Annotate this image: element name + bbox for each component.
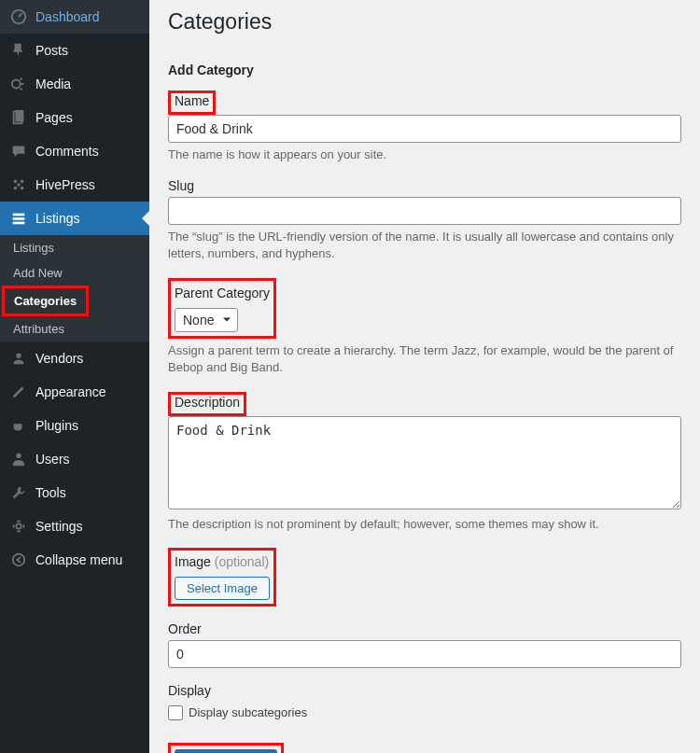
page-title: Categories [168, 9, 681, 35]
slug-help: The “slug” is the URL-friendly version o… [168, 229, 681, 262]
sidebar-item-media[interactable]: Media [0, 67, 149, 101]
sidebar-item-label: Users [35, 452, 70, 467]
svg-point-15 [13, 554, 25, 566]
listings-submenu: Listings Add New Categories Attributes [0, 235, 149, 342]
display-subcategories-checkbox[interactable] [168, 705, 183, 720]
media-icon [9, 75, 28, 93]
sidebar-item-label: Plugins [35, 418, 78, 433]
gear-icon [9, 517, 28, 536]
sidebar-item-plugins[interactable]: Plugins [0, 409, 149, 442]
field-image: Image (optional) Select Image [168, 548, 681, 607]
sidebar-item-label: Media [35, 77, 71, 91]
description-label: Description [175, 395, 240, 410]
order-label: Order [168, 621, 202, 636]
svg-rect-3 [15, 110, 23, 122]
sidebar-item-users[interactable]: Users [0, 442, 149, 476]
sidebar-item-pages[interactable]: Pages [0, 101, 149, 134]
select-image-button[interactable]: Select Image [175, 577, 270, 600]
name-label: Name [175, 93, 209, 108]
svg-rect-9 [13, 214, 25, 216]
field-parent: Parent Category None Assign a parent ter… [168, 278, 681, 377]
svg-point-4 [14, 180, 18, 184]
parent-select[interactable]: None [175, 308, 238, 332]
svg-point-5 [21, 180, 24, 184]
add-category-button[interactable]: Add Category [175, 749, 277, 753]
submenu-item-categories[interactable]: Categories [2, 286, 89, 316]
svg-point-6 [14, 187, 18, 190]
sidebar-item-label: Pages [35, 110, 73, 125]
svg-point-8 [17, 183, 21, 187]
sidebar-item-label: Settings [35, 519, 83, 534]
order-input[interactable] [168, 640, 681, 668]
sidebar-item-tools[interactable]: Tools [0, 476, 149, 509]
sidebar-item-label: HivePress [35, 177, 95, 192]
sidebar-item-label: Collapse menu [35, 552, 122, 567]
parent-help: Assign a parent term to create a hierarc… [168, 342, 681, 376]
description-textarea[interactable] [168, 416, 681, 509]
main-content: Categories Add Category Name The name is… [149, 0, 700, 753]
field-name: Name The name is how it appears on your … [168, 91, 681, 163]
sidebar-item-label: Comments [35, 144, 99, 159]
sidebar-item-dashboard[interactable]: Dashboard [0, 0, 149, 34]
image-label: Image (optional) [175, 554, 269, 569]
sidebar-item-listings[interactable]: Listings [0, 202, 149, 235]
admin-sidebar: Dashboard Posts Media Pages Comments Hiv… [0, 0, 149, 753]
sidebar-item-label: Posts [35, 43, 68, 58]
sidebar-item-appearance[interactable]: Appearance [0, 375, 149, 409]
sidebar-item-label: Listings [35, 211, 79, 226]
submenu-item-add-new[interactable]: Add New [0, 260, 149, 286]
sidebar-item-comments[interactable]: Comments [0, 134, 149, 168]
sidebar-item-posts[interactable]: Posts [0, 34, 149, 67]
sidebar-item-collapse[interactable]: Collapse menu [0, 543, 149, 577]
svg-point-12 [16, 354, 21, 358]
field-description: Description The description is not promi… [168, 392, 681, 533]
plug-icon [9, 416, 28, 435]
svg-point-13 [16, 453, 21, 458]
description-help: The description is not prominent by defa… [168, 516, 681, 533]
svg-point-14 [16, 523, 21, 528]
name-input[interactable] [168, 115, 681, 143]
user-icon [9, 349, 28, 368]
field-display: Display Display subcategories [168, 683, 681, 720]
display-checkbox-label: Display subcategories [189, 705, 307, 719]
slug-label: Slug [168, 178, 194, 193]
sidebar-item-hivepress[interactable]: HivePress [0, 168, 149, 202]
sidebar-item-label: Dashboard [35, 9, 100, 24]
field-slug: Slug The “slug” is the URL-friendly vers… [168, 178, 681, 262]
submenu-item-attributes[interactable]: Attributes [0, 316, 149, 342]
sidebar-item-label: Tools [35, 485, 66, 500]
wrench-icon [9, 483, 28, 502]
list-icon [9, 209, 28, 228]
slug-input[interactable] [168, 197, 681, 225]
collapse-icon [9, 551, 28, 569]
submenu-item-listings[interactable]: Listings [0, 235, 149, 260]
name-help: The name is how it appears on your site. [168, 146, 681, 163]
svg-rect-11 [13, 222, 25, 225]
svg-rect-10 [13, 217, 25, 220]
hive-icon [9, 175, 28, 194]
pin-icon [9, 41, 28, 60]
sidebar-item-label: Vendors [35, 351, 83, 366]
svg-point-1 [12, 80, 21, 89]
parent-label: Parent Category [175, 285, 270, 303]
sidebar-item-vendors[interactable]: Vendors [0, 342, 149, 375]
field-order: Order [168, 621, 681, 668]
sidebar-item-label: Appearance [35, 384, 106, 399]
dashboard-icon [9, 7, 28, 26]
users-icon [9, 450, 28, 468]
display-label: Display [168, 683, 211, 698]
page-icon [9, 108, 28, 127]
section-title: Add Category [168, 63, 681, 77]
sidebar-item-settings[interactable]: Settings [0, 509, 149, 543]
svg-point-7 [21, 187, 24, 190]
comment-icon [9, 142, 28, 160]
brush-icon [9, 383, 28, 401]
